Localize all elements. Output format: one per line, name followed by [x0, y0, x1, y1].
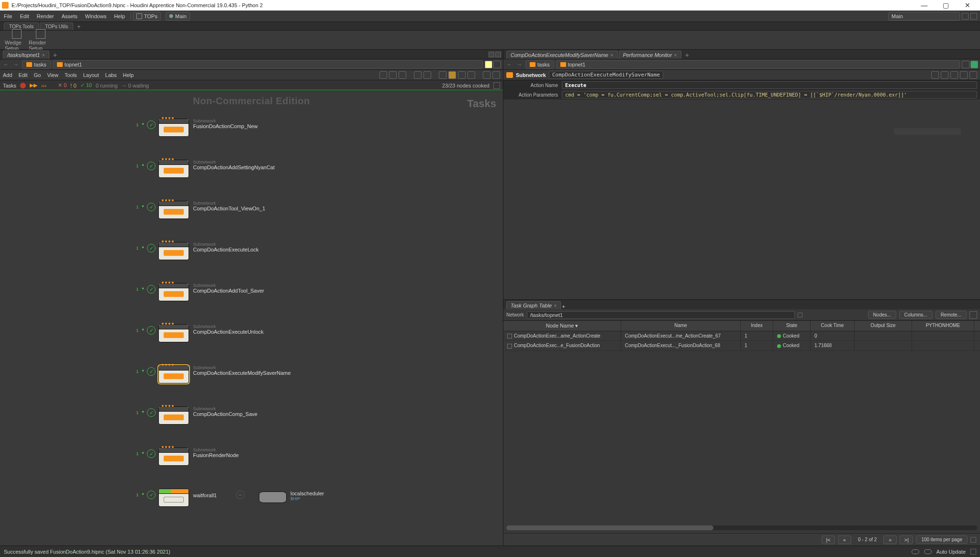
col-output-size[interactable]: Output Size	[855, 321, 912, 331]
parm-value-action-name[interactable]: Execute	[562, 81, 977, 89]
col-cook-time[interactable]: Cook Time	[811, 321, 855, 331]
stop-button[interactable]	[20, 83, 26, 88]
net-menu-edit[interactable]: Edit	[19, 72, 28, 78]
net-menu-tools[interactable]: Tools	[65, 72, 77, 78]
toggle-icon[interactable]	[962, 13, 969, 20]
network-node[interactable]: 1 ● ✓ waitforall1 − localscheduler $HIP	[134, 484, 324, 513]
parm-tab-node[interactable]: CompDoActionExecuteModifySaverName×	[506, 51, 618, 59]
tool-icon[interactable]	[414, 71, 422, 79]
nav-fwd-icon[interactable]: →	[12, 62, 20, 67]
node-body[interactable]	[158, 489, 189, 507]
sync-status-icon[interactable]	[924, 549, 932, 554]
tool-icon[interactable]	[458, 71, 466, 79]
cook-button[interactable]: ▶▶	[30, 82, 37, 88]
close-icon[interactable]: ×	[42, 52, 45, 58]
node-body[interactable]	[158, 201, 189, 219]
parm-tab-perfmon[interactable]: Performance Monitor×	[619, 51, 681, 59]
scheduler-node[interactable]	[259, 491, 287, 503]
shelf-tab-add[interactable]: +	[74, 23, 84, 30]
nav-fwd-icon[interactable]: →	[515, 62, 523, 67]
nodes-button[interactable]: Nodes...	[868, 311, 896, 319]
next-page-button[interactable]: »	[883, 535, 897, 544]
network-node[interactable]: 1 ● ✓ Subnetwork FusionRenderNode	[134, 443, 324, 484]
node-body[interactable]	[158, 406, 189, 425]
shelf-tool-wedge[interactable]: Wedge Setup	[5, 29, 29, 51]
filter-icon[interactable]	[941, 71, 948, 79]
node-body[interactable]	[158, 324, 189, 342]
net-menu-layout[interactable]: Layout	[83, 72, 99, 78]
node-body[interactable]	[158, 283, 189, 301]
tool-icon[interactable]	[468, 71, 475, 79]
network-node[interactable]: 1 ● ✓ Subnetwork CompDoActionComp_Save	[134, 402, 324, 443]
last-page-button[interactable]: >|	[900, 535, 913, 544]
prev-page-button[interactable]: «	[838, 535, 851, 544]
columns-button[interactable]: Columns...	[899, 311, 933, 319]
network-path-field[interactable]: /tasks/topnet1	[527, 311, 795, 319]
minimize-button[interactable]: —	[913, 0, 935, 11]
items-per-page[interactable]: 100 items per page	[916, 535, 968, 544]
menu-render[interactable]: Render	[33, 11, 58, 22]
desktop-selector[interactable]: TOPs	[133, 12, 161, 21]
cloud-status-icon[interactable]	[912, 549, 919, 554]
node-body[interactable]	[158, 242, 189, 260]
first-page-button[interactable]: |<	[822, 535, 835, 544]
node-body[interactable]	[158, 448, 189, 466]
chevron-down-icon[interactable]	[970, 549, 976, 555]
col-state[interactable]: State	[773, 321, 811, 331]
maximize-button[interactable]: ▢	[935, 0, 957, 11]
tgt-tab[interactable]: Task Graph Table×	[506, 301, 561, 309]
network-node[interactable]: 1 ● ✓ Subnetwork CompDoActionExecuteUnlo…	[134, 319, 324, 360]
h-scrollbar[interactable]	[506, 525, 977, 530]
tool-icon[interactable]	[423, 71, 431, 79]
close-icon[interactable]: ×	[610, 52, 613, 58]
net-menu-add[interactable]: Add	[3, 72, 12, 78]
net-menu-view[interactable]: View	[47, 72, 58, 78]
refresh-icon[interactable]	[969, 311, 977, 319]
table-row[interactable]: CompDoActionExec...ame_ActionCreate Comp…	[503, 331, 980, 341]
menu-help[interactable]: Help	[110, 11, 129, 22]
info-icon[interactable]	[960, 71, 968, 79]
node-body[interactable]	[158, 365, 189, 383]
minus-icon[interactable]: −	[236, 491, 245, 499]
net-menu-help[interactable]: Help	[123, 72, 134, 78]
close-icon[interactable]: ×	[674, 52, 677, 58]
close-button[interactable]: ✕	[957, 0, 978, 11]
net-menu-go[interactable]: Go	[34, 72, 41, 78]
add-tab[interactable]: +	[682, 51, 692, 59]
tool-icon[interactable]	[399, 71, 406, 79]
network-node[interactable]: 1 ● ✓ Subnetwork CompDoActionAddSettingN…	[134, 155, 324, 196]
help-icon[interactable]	[969, 71, 977, 79]
network-node[interactable]: 1 ● ✓ Subnetwork FusionDoActionComp_New	[134, 114, 324, 155]
search-icon[interactable]	[950, 71, 958, 79]
network-node[interactable]: 1 ● ✓ Subnetwork CompDoActionTool_ViewOn…	[134, 196, 324, 237]
net-menu-labs[interactable]: Labs	[105, 72, 117, 78]
pin-icon[interactable]	[962, 61, 969, 68]
add-tab[interactable]: +	[50, 51, 60, 59]
update-mode[interactable]: Auto Update	[936, 549, 966, 555]
list-icon[interactable]	[493, 82, 500, 89]
table-row[interactable]: CompDoActionExec...e_FusionDoAction Comp…	[503, 341, 980, 350]
path-seg-tasks[interactable]: tasks	[22, 60, 51, 69]
path-seg-topnet[interactable]: topnet1	[53, 60, 483, 69]
pane-menu-icon[interactable]	[495, 52, 501, 57]
shelf-tool-render[interactable]: Render Setup	[29, 29, 53, 51]
add-tab[interactable]: +	[562, 304, 565, 309]
tool-icon[interactable]	[389, 71, 397, 79]
network-node[interactable]: 1 ● ✓ Subnetwork CompDoActionExecuteModi…	[134, 360, 324, 402]
menu-windows[interactable]: Windows	[81, 11, 111, 22]
menu-edit[interactable]: Edit	[16, 11, 33, 22]
menu-assets[interactable]: Assets	[58, 11, 81, 22]
path-seg-topnet[interactable]: topnet1	[556, 60, 960, 69]
network-node[interactable]: 1 ● ✓ Subnetwork CompDoActionAddTool_Sav…	[134, 278, 324, 319]
chevron-down-icon[interactable]	[970, 537, 976, 543]
add-icon[interactable]	[970, 61, 978, 68]
network-tab[interactable]: /tasks/topnet1 ×	[3, 51, 49, 59]
search-icon[interactable]	[483, 71, 490, 79]
node-body[interactable]	[158, 119, 189, 137]
flag-icon[interactable]	[448, 71, 456, 79]
tool-icon[interactable]	[379, 71, 387, 79]
parm-value-action-params[interactable]: cmd = 'comp = fu.CurrentComp;sel = comp.…	[562, 91, 977, 98]
scrollbar-thumb[interactable]	[506, 525, 713, 530]
menu-file[interactable]: File	[0, 11, 16, 22]
gear-icon[interactable]	[931, 71, 939, 79]
